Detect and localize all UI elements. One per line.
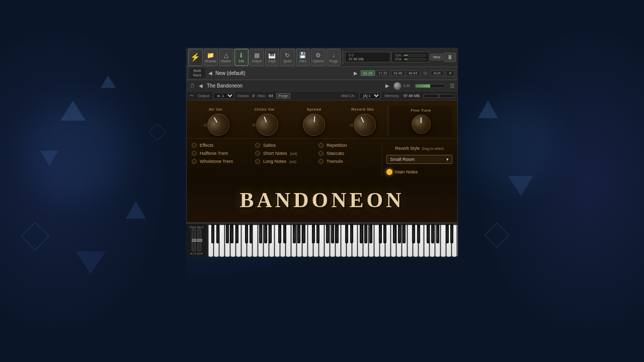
staccato-option[interactable]: Staccato — [318, 151, 382, 156]
black-key-13[interactable] — [293, 225, 296, 243]
short-notes-option[interactable]: Short Notes (oct) — [255, 151, 318, 156]
black-key-10[interactable] — [269, 225, 272, 243]
files-button[interactable]: 💾 Files — [296, 49, 310, 66]
range-49-64[interactable]: 49-64 — [406, 70, 420, 76]
instrument-prev[interactable]: ◀ — [198, 83, 204, 88]
black-key-11[interactable] — [283, 225, 286, 243]
repetition-radio[interactable] — [318, 143, 324, 148]
black-key-15[interactable] — [312, 225, 315, 243]
reverb-mix-arrow[interactable]: ◁ — [350, 123, 353, 127]
black-key-35[interactable] — [446, 225, 449, 243]
keyb-button[interactable]: 🎹 Keyb — [265, 49, 280, 66]
preset-prev-arrow[interactable]: ◀ — [207, 70, 213, 76]
long-notes-option[interactable]: Long Notes (oct) — [255, 159, 318, 164]
close-rack-button[interactable]: ✕ — [446, 70, 455, 76]
black-key-5[interactable] — [245, 225, 248, 243]
output-button[interactable]: ▦ Output — [250, 49, 264, 66]
white-key-8[interactable] — [253, 225, 258, 257]
black-key-30[interactable] — [403, 225, 406, 243]
reverb-style-select[interactable]: Small Room ▾ — [386, 155, 452, 164]
saltos-option[interactable]: Saltos — [255, 143, 318, 148]
black-key-3[interactable] — [226, 225, 229, 243]
clicks-vol-arrow[interactable]: ◁ — [252, 123, 255, 127]
reverb-mix-knob[interactable] — [350, 110, 379, 139]
black-key-30[interactable] — [412, 225, 415, 243]
logo-button[interactable]: ⚡ — [188, 49, 203, 66]
tremolo-radio[interactable] — [318, 159, 324, 164]
saltos-radio[interactable] — [255, 143, 260, 148]
wholetone-trem-option[interactable]: Wholetone Trem — [192, 159, 255, 164]
black-key-0[interactable] — [211, 225, 214, 243]
clicks-vol-knob[interactable] — [253, 111, 281, 139]
wholetone-trem-radio[interactable] — [192, 159, 197, 164]
white-key-2[interactable] — [219, 225, 224, 257]
effects-option[interactable]: Effects — [192, 143, 255, 148]
tremolo-option[interactable]: Tremolo — [318, 159, 382, 164]
range-01-16[interactable]: 01-16 — [361, 70, 375, 76]
pitch-slider-1[interactable] — [192, 229, 196, 251]
black-key-4[interactable] — [230, 225, 233, 243]
staccato-radio[interactable] — [318, 151, 324, 156]
black-key-18[interactable] — [326, 225, 329, 243]
black-key-25[interactable] — [379, 225, 382, 243]
range-33-48[interactable]: 33-48 — [391, 70, 405, 76]
oct-prev[interactable]: ◂ — [190, 251, 192, 255]
black-key-31[interactable] — [417, 225, 420, 243]
info-button[interactable]: ℹ Info — [234, 49, 249, 66]
spread-knob[interactable] — [302, 113, 326, 137]
black-key-25[interactable] — [369, 225, 372, 243]
black-key-24[interactable] — [364, 225, 367, 243]
range-17-32[interactable]: 17-32 — [376, 70, 390, 76]
black-key-16[interactable] — [316, 225, 319, 243]
browse-button[interactable]: 📁 Browse — [204, 49, 218, 66]
midi-select[interactable]: [A] 1 — [359, 93, 381, 99]
black-key-10[interactable] — [278, 225, 281, 243]
repetition-option[interactable]: Repetition — [318, 143, 382, 148]
fine-tune-knob[interactable] — [412, 115, 431, 134]
effects-radio[interactable] — [192, 143, 197, 148]
tune-knob-small[interactable] — [393, 82, 401, 90]
quick-button[interactable]: ↻ Quick — [280, 49, 295, 66]
ctrl-down[interactable] — [450, 86, 454, 88]
long-notes-radio[interactable] — [255, 159, 260, 164]
bookmark-icon[interactable]: ☆ — [423, 70, 428, 76]
oct-next[interactable]: ▸ — [201, 251, 203, 255]
black-key-36[interactable] — [450, 225, 453, 243]
black-key-34[interactable] — [431, 225, 434, 243]
air-vol-arrow[interactable]: ◁ — [203, 123, 206, 127]
aux-button[interactable]: AUX — [431, 70, 444, 76]
halftone-trem-radio[interactable] — [192, 151, 197, 156]
black-key-1[interactable] — [216, 225, 219, 243]
black-key-23[interactable] — [360, 225, 363, 243]
halftone-trem-option[interactable]: Halftone Trem — [192, 151, 255, 156]
ctrl-up[interactable] — [450, 83, 454, 85]
preset-next-arrow[interactable]: ▶ — [353, 70, 359, 76]
tune-slider[interactable] — [415, 84, 445, 88]
black-key-9[interactable] — [264, 225, 267, 243]
purge-inline-button[interactable]: Purge — [276, 93, 291, 99]
white-key-20[interactable] — [319, 225, 324, 257]
black-key-8[interactable] — [259, 225, 262, 243]
black-key-33[interactable] — [427, 225, 430, 243]
pitch-slider-2[interactable] — [197, 229, 201, 251]
black-key-19[interactable] — [331, 225, 334, 243]
black-key-15[interactable] — [302, 225, 305, 243]
purge-button[interactable]: ↓ Purge — [327, 49, 341, 66]
air-vol-knob[interactable] — [203, 110, 233, 140]
short-notes-radio[interactable] — [255, 151, 260, 156]
white-key-14[interactable] — [286, 225, 291, 257]
white-key-42[interactable] — [441, 225, 446, 257]
black-key-28[interactable] — [393, 225, 396, 243]
black-key-20[interactable] — [336, 225, 339, 243]
options-button[interactable]: ⚙ Options — [311, 49, 326, 66]
view-button[interactable]: View — [430, 54, 443, 60]
black-key-35[interactable] — [436, 225, 439, 243]
pause-button[interactable]: ⏸ — [444, 53, 456, 62]
instrument-icon[interactable]: 🎵 — [190, 83, 195, 88]
black-key-14[interactable] — [297, 225, 300, 243]
instrument-next[interactable]: ▶ — [384, 83, 390, 88]
black-key-20[interactable] — [345, 225, 348, 243]
master-button[interactable]: △ Master — [219, 49, 233, 66]
white-key-45[interactable] — [457, 225, 458, 257]
output-select[interactable]: st. 1 — [213, 93, 234, 99]
